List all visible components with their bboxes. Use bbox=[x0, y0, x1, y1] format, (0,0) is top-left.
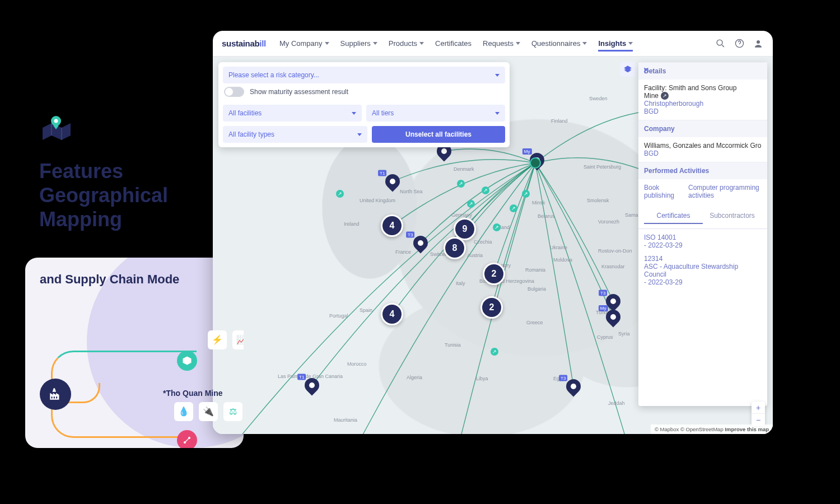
company-section-header: Company bbox=[638, 120, 767, 137]
nav-item-insights[interactable]: Insights bbox=[598, 39, 633, 52]
search-icon[interactable] bbox=[715, 38, 726, 49]
activities-section-header: Performed Activities bbox=[638, 162, 767, 179]
facility-country[interactable]: BGD bbox=[644, 108, 762, 115]
facility-types-select[interactable]: All facility types bbox=[223, 126, 367, 143]
zoom-control: + − bbox=[752, 402, 765, 426]
scale-icon: ⚖ bbox=[223, 402, 242, 421]
close-icon[interactable]: ✕ bbox=[643, 66, 650, 74]
nav-item-certificates[interactable]: Certificates bbox=[435, 39, 472, 48]
user-icon[interactable] bbox=[753, 38, 764, 49]
facility-city[interactable]: Christopherborough bbox=[644, 100, 762, 108]
activity-link[interactable]: Book publishing bbox=[644, 184, 679, 199]
map-cluster[interactable]: 2 bbox=[480, 296, 503, 319]
factory-icon bbox=[40, 379, 71, 410]
map-cluster[interactable]: 2 bbox=[483, 263, 505, 285]
mine-label: *Tho Quan Mine bbox=[163, 389, 223, 398]
route-arrow[interactable] bbox=[491, 348, 498, 356]
facility-type: Mine bbox=[644, 92, 659, 100]
maturity-toggle[interactable] bbox=[224, 87, 244, 97]
promo-title: Features Geographical Mapping bbox=[39, 159, 224, 232]
nav-items: My CompanySuppliersProductsCertificatesR… bbox=[279, 39, 715, 48]
chart-icon: 📈 bbox=[232, 330, 244, 349]
promo-map-icon bbox=[39, 112, 224, 148]
map-cluster[interactable]: 8 bbox=[444, 237, 466, 259]
windmill-icon: ⚡ bbox=[208, 330, 227, 349]
promo-block: Features Geographical Mapping bbox=[39, 112, 224, 232]
map-attribution: © Mapbox © OpenStreetMap Improve this ma… bbox=[651, 424, 773, 434]
certificate-item: 12314ASC - Aquaculture Stewardship Counc… bbox=[644, 255, 762, 286]
map-cluster[interactable]: 4 bbox=[381, 303, 403, 325]
route-arrow[interactable] bbox=[482, 186, 489, 194]
maturity-label: Show maturity assessment result bbox=[250, 88, 348, 96]
facility-name: Facility: Smith and Sons Group bbox=[644, 84, 762, 92]
external-link-icon[interactable]: ↗ bbox=[661, 92, 669, 100]
svg-point-1 bbox=[54, 119, 58, 123]
map-area[interactable]: NorwaySwedenFinlandOsloBergenUnited King… bbox=[213, 57, 773, 434]
route-arrow[interactable] bbox=[336, 190, 344, 198]
drop-icon: 💧 bbox=[174, 402, 193, 421]
filter-panel: Please select a risk category... Show ma… bbox=[218, 62, 510, 147]
route-arrow[interactable] bbox=[467, 200, 475, 208]
activity-link[interactable]: Computer programming activities bbox=[688, 184, 762, 199]
nav-item-my-company[interactable]: My Company bbox=[279, 39, 329, 48]
route-arrow[interactable] bbox=[510, 204, 517, 212]
green-node-icon bbox=[177, 351, 197, 371]
nav-item-suppliers[interactable]: Suppliers bbox=[340, 39, 377, 48]
layers-icon[interactable] bbox=[620, 62, 635, 77]
tiers-select[interactable]: All tiers bbox=[366, 105, 505, 122]
supply-chain-card: and Supply Chain Mode ⚡ 📈 *Tho Quan Mine… bbox=[25, 258, 244, 448]
map-cluster[interactable]: 4 bbox=[381, 214, 403, 237]
risk-category-select[interactable]: Please select a risk category... bbox=[223, 67, 505, 83]
pink-node-icon bbox=[177, 430, 197, 448]
route-arrow[interactable] bbox=[493, 223, 501, 231]
company-country[interactable]: BGD bbox=[644, 150, 762, 157]
help-icon[interactable] bbox=[734, 38, 745, 49]
details-panel: ✕ Details Facility: Smith and Sons Group… bbox=[638, 62, 767, 406]
nav-item-questionnaires[interactable]: Questionnaires bbox=[531, 39, 587, 48]
certificate-item: ISO 14001- 2022-03-29 bbox=[644, 234, 762, 249]
svg-point-4 bbox=[717, 40, 722, 45]
plug-icon: 🔌 bbox=[199, 402, 218, 421]
app-window: sustainabill My CompanySuppliersProducts… bbox=[213, 31, 773, 434]
tab-subcontractors[interactable]: Subcontractors bbox=[703, 208, 762, 224]
svg-point-6 bbox=[757, 40, 760, 44]
zoom-in-button[interactable]: + bbox=[752, 402, 765, 414]
route-arrow[interactable] bbox=[522, 190, 530, 198]
unselect-button[interactable]: Unselect all facilities bbox=[372, 126, 505, 143]
details-section-header: Details bbox=[638, 62, 767, 80]
improve-map-link[interactable]: Improve this map bbox=[725, 426, 769, 432]
top-nav: sustainabill My CompanySuppliersProducts… bbox=[213, 31, 773, 57]
nav-item-requests[interactable]: Requests bbox=[483, 39, 520, 48]
brand-logo[interactable]: sustainabill bbox=[222, 39, 266, 48]
route-arrow[interactable] bbox=[457, 180, 465, 188]
hub-marker[interactable] bbox=[530, 157, 541, 169]
company-name: Williams, Gonzales and Mccormick Gro bbox=[644, 142, 762, 150]
nav-item-products[interactable]: Products bbox=[389, 39, 424, 48]
tab-certificates[interactable]: Certificates bbox=[644, 208, 703, 224]
facilities-select[interactable]: All facilities bbox=[223, 105, 362, 122]
supply-chain-title: and Supply Chain Mode bbox=[40, 271, 229, 288]
